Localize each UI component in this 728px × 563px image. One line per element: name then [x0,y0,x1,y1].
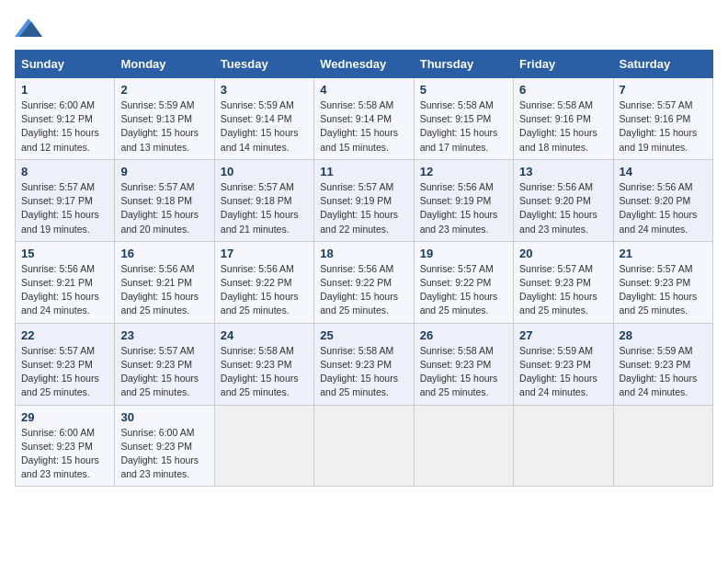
day-number: 7 [620,83,707,97]
calendar-week-row-5: 29Sunrise: 6:00 AMSunset: 9:23 PMDayligh… [16,405,713,487]
day-info: Sunrise: 5:57 AMSunset: 9:22 PMDaylight:… [420,262,507,318]
day-number: 19 [420,247,507,260]
day-info: Sunrise: 5:56 AMSunset: 9:22 PMDaylight:… [320,262,407,318]
calendar-cell: 26Sunrise: 5:58 AMSunset: 9:23 PMDayligh… [414,323,513,405]
calendar-cell: 20Sunrise: 5:57 AMSunset: 9:23 PMDayligh… [514,241,613,323]
day-number: 26 [420,328,507,342]
day-info: Sunrise: 5:58 AMSunset: 9:23 PMDaylight:… [320,344,407,400]
calendar-cell: 8Sunrise: 5:57 AMSunset: 9:17 PMDaylight… [16,159,115,241]
calendar-cell: 27Sunrise: 5:59 AMSunset: 9:23 PMDayligh… [514,323,613,405]
day-number: 15 [21,247,108,260]
day-info: Sunrise: 5:56 AMSunset: 9:21 PMDaylight:… [120,262,208,318]
calendar-cell: 22Sunrise: 5:57 AMSunset: 9:23 PMDayligh… [16,323,115,405]
calendar-cell: 10Sunrise: 5:57 AMSunset: 9:18 PMDayligh… [214,159,313,241]
calendar-cell [514,405,613,487]
calendar-cell [613,405,712,487]
weekday-header-row: SundayMondayTuesdayWednesdayThursdayFrid… [16,51,713,78]
day-info: Sunrise: 5:57 AMSunset: 9:18 PMDaylight:… [120,180,208,236]
calendar-cell: 5Sunrise: 5:58 AMSunset: 9:15 PMDaylight… [414,78,513,160]
day-info: Sunrise: 5:56 AMSunset: 9:21 PMDaylight:… [21,262,108,318]
day-info: Sunrise: 5:56 AMSunset: 9:22 PMDaylight:… [221,262,308,318]
calendar-cell: 3Sunrise: 5:59 AMSunset: 9:14 PMDaylight… [214,78,313,160]
weekday-header-tuesday: Tuesday [214,51,313,78]
day-number: 17 [221,247,308,260]
calendar-cell: 18Sunrise: 5:56 AMSunset: 9:22 PMDayligh… [314,241,414,323]
weekday-header-saturday: Saturday [613,51,712,78]
day-number: 10 [221,165,308,178]
day-number: 14 [620,165,707,178]
day-number: 25 [320,328,407,342]
day-info: Sunrise: 5:57 AMSunset: 9:23 PMDaylight:… [120,344,208,400]
weekday-header-friday: Friday [514,51,613,78]
day-info: Sunrise: 5:57 AMSunset: 9:19 PMDaylight:… [320,180,407,236]
day-info: Sunrise: 5:57 AMSunset: 9:23 PMDaylight:… [519,262,607,318]
calendar-cell: 29Sunrise: 6:00 AMSunset: 9:23 PMDayligh… [16,405,115,487]
day-info: Sunrise: 6:00 AMSunset: 9:23 PMDaylight:… [120,426,208,482]
day-number: 30 [120,410,208,424]
calendar-cell: 11Sunrise: 5:57 AMSunset: 9:19 PMDayligh… [314,159,414,241]
day-number: 28 [620,328,707,342]
calendar-cell [314,405,414,487]
calendar-cell: 7Sunrise: 5:57 AMSunset: 9:16 PMDaylight… [613,78,712,160]
day-number: 12 [420,165,507,178]
weekday-header-monday: Monday [115,51,214,78]
day-number: 23 [120,328,208,342]
day-number: 18 [320,247,407,260]
day-info: Sunrise: 5:58 AMSunset: 9:23 PMDaylight:… [420,344,507,400]
calendar-cell: 19Sunrise: 5:57 AMSunset: 9:22 PMDayligh… [414,241,513,323]
calendar-cell: 30Sunrise: 6:00 AMSunset: 9:23 PMDayligh… [115,405,214,487]
calendar-cell: 17Sunrise: 5:56 AMSunset: 9:22 PMDayligh… [214,241,313,323]
day-info: Sunrise: 5:57 AMSunset: 9:23 PMDaylight:… [21,344,108,400]
calendar-cell: 4Sunrise: 5:58 AMSunset: 9:14 PMDaylight… [314,78,414,160]
calendar-table: SundayMondayTuesdayWednesdayThursdayFrid… [15,50,713,487]
day-number: 3 [221,83,308,97]
weekday-header-wednesday: Wednesday [314,51,414,78]
day-info: Sunrise: 5:56 AMSunset: 9:20 PMDaylight:… [519,180,607,236]
page-header [15,15,713,40]
day-info: Sunrise: 5:56 AMSunset: 9:20 PMDaylight:… [620,180,707,236]
day-info: Sunrise: 5:58 AMSunset: 9:14 PMDaylight:… [320,98,407,155]
calendar-cell: 28Sunrise: 5:59 AMSunset: 9:23 PMDayligh… [613,323,712,405]
day-number: 6 [519,83,607,97]
calendar-cell: 25Sunrise: 5:58 AMSunset: 9:23 PMDayligh… [314,323,414,405]
day-info: Sunrise: 5:59 AMSunset: 9:13 PMDaylight:… [120,98,208,155]
day-number: 16 [120,247,208,260]
day-info: Sunrise: 5:59 AMSunset: 9:23 PMDaylight:… [519,344,607,400]
calendar-cell: 16Sunrise: 5:56 AMSunset: 9:21 PMDayligh… [115,241,214,323]
day-info: Sunrise: 5:58 AMSunset: 9:15 PMDaylight:… [420,98,507,155]
day-number: 21 [620,247,707,260]
day-number: 5 [420,83,507,97]
calendar-cell: 21Sunrise: 5:57 AMSunset: 9:23 PMDayligh… [613,241,712,323]
logo [15,15,46,40]
day-number: 29 [21,410,108,424]
day-info: Sunrise: 6:00 AMSunset: 9:12 PMDaylight:… [21,98,108,155]
day-number: 13 [519,165,607,178]
calendar-week-row-2: 8Sunrise: 5:57 AMSunset: 9:17 PMDaylight… [16,159,713,241]
day-number: 22 [21,328,108,342]
calendar-cell: 6Sunrise: 5:58 AMSunset: 9:16 PMDaylight… [514,78,613,160]
day-number: 4 [320,83,407,97]
weekday-header-thursday: Thursday [414,51,513,78]
day-info: Sunrise: 5:57 AMSunset: 9:18 PMDaylight:… [221,180,308,236]
calendar-cell [214,405,313,487]
day-number: 9 [120,165,208,178]
calendar-week-row-4: 22Sunrise: 5:57 AMSunset: 9:23 PMDayligh… [16,323,713,405]
calendar-cell: 12Sunrise: 5:56 AMSunset: 9:19 PMDayligh… [414,159,513,241]
day-info: Sunrise: 5:58 AMSunset: 9:16 PMDaylight:… [519,98,607,155]
day-info: Sunrise: 5:56 AMSunset: 9:19 PMDaylight:… [420,180,507,236]
day-info: Sunrise: 5:57 AMSunset: 9:16 PMDaylight:… [620,98,707,155]
day-number: 24 [221,328,308,342]
day-info: Sunrise: 5:58 AMSunset: 9:23 PMDaylight:… [221,344,308,400]
calendar-week-row-3: 15Sunrise: 5:56 AMSunset: 9:21 PMDayligh… [16,241,713,323]
day-number: 27 [519,328,607,342]
calendar-cell: 15Sunrise: 5:56 AMSunset: 9:21 PMDayligh… [16,241,115,323]
day-info: Sunrise: 5:59 AMSunset: 9:14 PMDaylight:… [221,98,308,155]
day-info: Sunrise: 5:59 AMSunset: 9:23 PMDaylight:… [620,344,707,400]
calendar-cell: 24Sunrise: 5:58 AMSunset: 9:23 PMDayligh… [214,323,313,405]
day-number: 2 [120,83,208,97]
day-info: Sunrise: 6:00 AMSunset: 9:23 PMDaylight:… [21,426,108,482]
logo-icon [15,15,42,40]
calendar-cell: 1Sunrise: 6:00 AMSunset: 9:12 PMDaylight… [16,78,115,160]
day-info: Sunrise: 5:57 AMSunset: 9:17 PMDaylight:… [21,180,108,236]
calendar-cell: 23Sunrise: 5:57 AMSunset: 9:23 PMDayligh… [115,323,214,405]
